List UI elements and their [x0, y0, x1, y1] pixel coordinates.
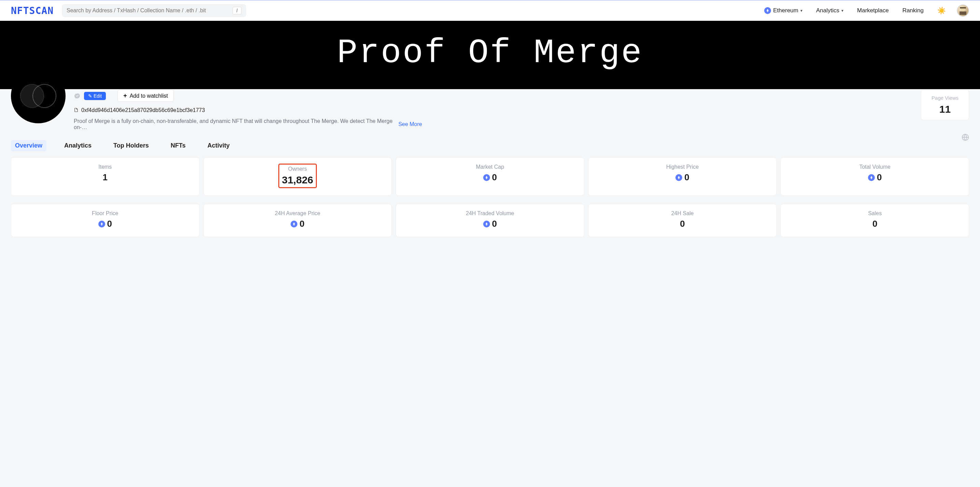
stat-value: 0 — [18, 218, 192, 229]
add-watchlist-button[interactable]: + Add to watchlist — [118, 90, 174, 102]
topbar: NFTSCAN / Ethereum ▾ Analytics ▾ Marketp… — [0, 0, 980, 21]
stat-label: 24H Average Price — [211, 210, 385, 216]
chain-label: Ethereum — [773, 7, 798, 14]
profile-section: ✎ Edit + Add to watchlist 0xf4dd946d1406… — [0, 68, 980, 131]
stat-value: 0 — [595, 218, 770, 229]
pageviews-value: 11 — [932, 103, 958, 115]
ethereum-icon — [764, 7, 771, 14]
see-more-link[interactable]: See More — [398, 121, 422, 127]
pageviews-label: Page Views — [932, 95, 958, 101]
ethereum-icon — [483, 174, 490, 181]
tab-nfts[interactable]: NFTs — [167, 140, 190, 151]
chevron-down-icon: ▾ — [800, 8, 802, 13]
pageviews-card: Page Views 11 — [921, 90, 969, 120]
ethereum-icon — [868, 174, 875, 181]
stat-value: 0 — [403, 218, 577, 229]
stat-label: Owners — [282, 166, 313, 172]
nav-ranking-label: Ranking — [902, 7, 924, 14]
stat-card[interactable]: Market Cap0 — [396, 158, 584, 196]
user-avatar[interactable] — [957, 5, 969, 17]
profile-body: ✎ Edit + Add to watchlist 0xf4dd946d1406… — [65, 68, 921, 131]
nav-marketplace-label: Marketplace — [857, 7, 889, 14]
nav-ranking[interactable]: Ranking — [900, 5, 926, 16]
watchlist-button-label: Add to watchlist — [130, 93, 168, 99]
stat-value: 0 — [788, 218, 962, 229]
tabs-nav: OverviewAnalyticsTop HoldersNFTsActivity — [0, 131, 980, 158]
nav-marketplace[interactable]: Marketplace — [854, 5, 892, 16]
pencil-icon: ✎ — [88, 93, 92, 99]
stat-value: 0 — [595, 172, 770, 183]
stat-label: Highest Price — [595, 164, 770, 170]
stat-card[interactable]: 24H Average Price0 — [204, 204, 392, 237]
stats-row-1: Items1Owners31,826Market Cap0Highest Pri… — [0, 158, 980, 204]
stats-row-2: Floor Price024H Average Price024H Traded… — [0, 204, 980, 245]
stat-value: 31,826 — [282, 174, 313, 186]
tab-top-holders[interactable]: Top Holders — [109, 140, 153, 151]
stat-label: 24H Sale — [595, 210, 770, 216]
stat-value: 1 — [18, 172, 192, 183]
stat-card[interactable]: Floor Price0 — [11, 204, 199, 237]
description-row: Proof of Merge is a fully on-chain, non-… — [74, 118, 422, 131]
sun-icon: ☀️ — [937, 6, 946, 15]
nav-analytics-label: Analytics — [816, 7, 839, 14]
search-input[interactable] — [67, 8, 230, 14]
ethereum-icon — [483, 221, 490, 228]
stat-value: 0 — [403, 172, 577, 183]
stat-card[interactable]: Highest Price0 — [588, 158, 777, 196]
stat-value: 0 — [211, 218, 385, 229]
chevron-down-icon: ▾ — [842, 8, 843, 13]
contract-address-row: 0xf4dd946d1406e215a87029db56c69e1bcf3e17… — [74, 107, 921, 113]
tab-activity[interactable]: Activity — [203, 140, 234, 151]
collection-avatar[interactable] — [11, 68, 65, 123]
website-link[interactable] — [962, 134, 969, 142]
logo[interactable]: NFTSCAN — [11, 5, 54, 16]
stat-label: Items — [18, 164, 192, 170]
stat-card[interactable]: Owners31,826 — [204, 158, 392, 196]
edit-button[interactable]: ✎ Edit — [84, 92, 106, 100]
banner-title: Proof Of Merge — [337, 34, 643, 72]
tab-overview[interactable]: Overview — [11, 140, 46, 151]
theme-toggle[interactable]: ☀️ — [935, 5, 948, 17]
stat-label: Floor Price — [18, 210, 192, 216]
stat-label: Total Volume — [788, 164, 962, 170]
edit-button-label: Edit — [94, 93, 102, 99]
stat-card[interactable]: 24H Sale0 — [588, 204, 777, 237]
stat-label: Sales — [788, 210, 962, 216]
stat-label: Market Cap — [403, 164, 577, 170]
svg-rect-2 — [960, 7, 966, 8]
nav-analytics[interactable]: Analytics ▾ — [813, 5, 846, 16]
stat-label: 24H Traded Volume — [403, 210, 577, 216]
svg-point-4 — [21, 84, 44, 108]
ethereum-icon — [98, 221, 105, 228]
verified-badge-icon — [74, 92, 81, 99]
ethereum-icon — [291, 221, 298, 228]
svg-rect-0 — [959, 12, 966, 15]
search-container[interactable]: / — [62, 4, 246, 17]
stat-card[interactable]: Items1 — [11, 158, 199, 196]
stat-card[interactable]: 24H Traded Volume0 — [396, 204, 584, 237]
stat-card[interactable]: Total Volume0 — [781, 158, 969, 196]
stat-value: 0 — [788, 172, 962, 183]
plus-icon: + — [123, 92, 127, 99]
collection-description: Proof of Merge is a fully on-chain, non-… — [74, 118, 396, 131]
contract-address[interactable]: 0xf4dd946d1406e215a87029db56c69e1bcf3e17… — [81, 107, 205, 113]
globe-icon — [962, 134, 969, 141]
document-icon — [74, 108, 78, 113]
profile-actions: ✎ Edit + Add to watchlist — [74, 90, 921, 102]
chain-selector[interactable]: Ethereum ▾ — [762, 5, 805, 16]
stat-card[interactable]: Sales0 — [781, 204, 969, 237]
ethereum-icon — [675, 174, 682, 181]
tab-analytics[interactable]: Analytics — [60, 140, 95, 151]
search-shortcut-key: / — [232, 7, 242, 14]
